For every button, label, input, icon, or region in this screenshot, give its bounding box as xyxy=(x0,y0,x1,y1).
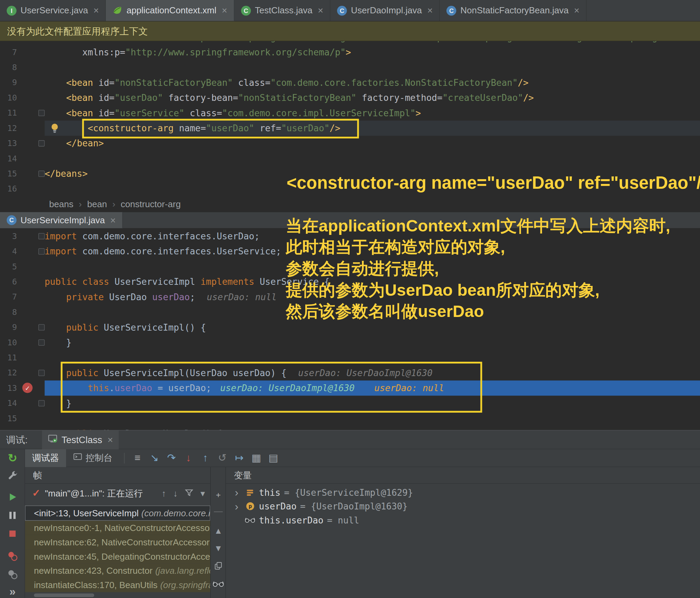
code-line[interactable]: 8 xyxy=(0,60,700,75)
code-text xyxy=(45,60,700,75)
variable-row[interactable]: ›puserDao = {UserDaoImpl@1630} xyxy=(226,499,700,513)
console-tab[interactable]: 控制台 xyxy=(66,449,120,467)
code-token: "nonStaticFactoryBean" xyxy=(238,92,356,103)
layout-settings-icon[interactable]: ▤ xyxy=(265,449,282,467)
scroll-down-icon[interactable]: ▼ xyxy=(213,543,224,554)
dropdown-icon[interactable]: ▾ xyxy=(200,488,205,499)
frame-row[interactable]: <init>:13, UserServiceImpl (com.demo.cor… xyxy=(25,506,210,521)
breadcrumb-item-beans[interactable]: beans xyxy=(49,199,73,209)
debug-panel: 调试: TestClass × ↻» 调试器控制台≡↘↷↓↑↺↦▦▤ 帧 ✓ "… xyxy=(0,430,700,598)
fold-marker-icon[interactable] xyxy=(38,340,44,346)
show-execution-point-icon[interactable]: ↘ xyxy=(146,449,163,467)
fold-marker-icon[interactable] xyxy=(38,370,44,376)
fold-marker-icon[interactable] xyxy=(38,248,44,254)
run-to-cursor-icon[interactable]: ↦ xyxy=(231,449,248,467)
frame-row[interactable]: newInstance:45, DelegatingConstructorAcc… xyxy=(25,549,210,564)
code-line[interactable]: 15 xyxy=(0,411,700,426)
fold-marker-icon[interactable] xyxy=(38,400,44,406)
move-up-icon[interactable]: ↑ xyxy=(162,488,166,499)
thread-selector[interactable]: ✓ "main"@1...in": 正在运行 ↑↓▾ xyxy=(25,485,210,502)
toolbar-divider xyxy=(124,453,124,463)
editor-tab-userserviceimpl[interactable]: C UserServiceImpl.java × xyxy=(0,212,123,228)
gutter xyxy=(18,151,44,166)
editor-tab-applicationcontext[interactable]: applicationContext.xml× xyxy=(106,0,234,21)
fold-marker-icon[interactable] xyxy=(38,324,44,330)
intention-bulb-icon[interactable] xyxy=(50,123,59,138)
line-number: 9 xyxy=(0,75,18,90)
breadcrumb: beans›bean›constructor-arg xyxy=(0,197,700,212)
menu-icon[interactable]: ≡ xyxy=(129,449,146,467)
resume-icon[interactable] xyxy=(6,491,19,503)
tab-label: NonStaticFactoryBean.java xyxy=(460,5,569,16)
code-token: UserServiceImpl() { xyxy=(98,322,206,333)
show-watches-icon[interactable] xyxy=(213,578,224,589)
add-watch-icon[interactable]: + xyxy=(213,490,224,501)
close-icon[interactable]: × xyxy=(318,6,323,15)
editor-tab-testclass[interactable]: CTestClass.java× xyxy=(234,0,331,21)
code-line[interactable]: 16 public UserDao getUserDao() { xyxy=(0,426,700,430)
mute-breakpoints-icon[interactable] xyxy=(6,568,19,581)
debug-left-toolbar: ↻» xyxy=(0,449,25,598)
stop-icon[interactable] xyxy=(6,528,19,540)
editor-tab-nonstaticfactorybean[interactable]: CNonStaticFactoryBean.java× xyxy=(440,0,587,21)
frame-row[interactable]: newInstance:62, NativeConstructorAccesso… xyxy=(25,535,210,549)
chevron-right-icon[interactable]: › xyxy=(232,487,241,497)
code-line[interactable]: 11 <bean id="userService" class="com.dem… xyxy=(0,105,700,120)
code-text: <bean id="nonStaticFactoryBean" class="c… xyxy=(45,75,700,90)
close-icon[interactable]: × xyxy=(427,6,433,15)
code-line[interactable]: 10 } xyxy=(0,335,700,350)
variable-name: userDao xyxy=(259,501,297,511)
step-out-icon[interactable]: ↑ xyxy=(197,449,214,467)
frame-text: newInstance:45, DelegatingConstructorAcc… xyxy=(34,551,210,561)
close-icon[interactable]: × xyxy=(574,6,579,15)
chevron-right-icon[interactable]: › xyxy=(232,501,241,511)
gutter xyxy=(18,75,44,90)
fold-marker-icon[interactable] xyxy=(38,140,44,146)
close-icon[interactable]: × xyxy=(108,435,113,444)
scroll-up-icon[interactable]: ▲ xyxy=(213,525,224,537)
breadcrumb-item-constructor-arg[interactable]: constructor-arg xyxy=(121,199,181,209)
fold-marker-icon[interactable] xyxy=(38,171,44,177)
more-options-icon[interactable]: » xyxy=(6,585,19,598)
fold-marker-icon[interactable] xyxy=(38,233,44,239)
step-over-icon[interactable]: ↷ xyxy=(163,449,180,467)
frame-row[interactable]: instantiateClass:170, BeanUtils (org.spr… xyxy=(25,578,210,592)
code-line[interactable]: 10 <bean id="userDao" factory-bean="nonS… xyxy=(0,90,700,105)
code-text: xsi:schemaLocation="http://www.springfra… xyxy=(45,41,700,44)
copy-stack-icon[interactable] xyxy=(213,560,224,572)
code-line[interactable]: 14 xyxy=(0,151,700,166)
filter-icon[interactable] xyxy=(185,488,193,499)
tab-label: UserService.java xyxy=(21,5,88,16)
svg-text:p: p xyxy=(248,503,252,509)
evaluate-expression-icon[interactable]: ▦ xyxy=(248,449,265,467)
debugger-tab[interactable]: 调试器 xyxy=(25,449,66,467)
view-breakpoints-icon[interactable] xyxy=(6,550,19,562)
code-text xyxy=(45,151,700,166)
fold-marker-icon[interactable] xyxy=(38,110,44,116)
code-line[interactable]: 7 xmlns:p="http://www.springframework.or… xyxy=(0,45,700,60)
horizontal-scrollbar[interactable] xyxy=(34,594,94,597)
variable-row[interactable]: ›this = {UserServiceImpl@1629} xyxy=(226,486,700,499)
move-down-icon[interactable]: ↓ xyxy=(173,488,178,499)
close-icon[interactable]: × xyxy=(222,6,227,15)
breadcrumb-item-bean[interactable]: bean xyxy=(87,199,107,209)
code-line[interactable]: xsi:schemaLocation="http://www.springfra… xyxy=(0,41,700,44)
tab-label: applicationContext.xml xyxy=(126,5,216,16)
drop-frame-icon[interactable]: ↺ xyxy=(214,449,231,467)
code-text: xmlns:p="http://www.springframework.org/… xyxy=(45,45,700,60)
frame-row[interactable]: newInstance0:-1, NativeConstructorAccess… xyxy=(25,521,210,535)
rerun-debug-icon[interactable]: ↻ xyxy=(6,451,19,464)
code-line[interactable]: 9 <bean id="nonStaticFactoryBean" class=… xyxy=(0,75,700,90)
pause-icon[interactable] xyxy=(6,509,19,522)
debug-tab-testclass[interactable]: TestClass × xyxy=(42,430,119,449)
frame-row[interactable]: newInstance:423, Constructor (java.lang.… xyxy=(25,563,210,578)
breakpoint-icon[interactable]: ✓ xyxy=(22,383,32,393)
editor-tab-userservice[interactable]: IUserService.java× xyxy=(0,0,106,21)
variable-row[interactable]: this.userDao = null xyxy=(226,513,700,527)
editor-tab-userdaoimpl[interactable]: CUserDaoImpl.java× xyxy=(331,0,440,21)
step-into-icon[interactable]: ↓ xyxy=(180,449,197,467)
close-icon[interactable]: × xyxy=(93,6,99,15)
close-icon[interactable]: × xyxy=(110,215,116,225)
annotation-line: 参数会自动进行提供, xyxy=(286,258,670,280)
settings-wrench-icon[interactable] xyxy=(6,470,19,482)
